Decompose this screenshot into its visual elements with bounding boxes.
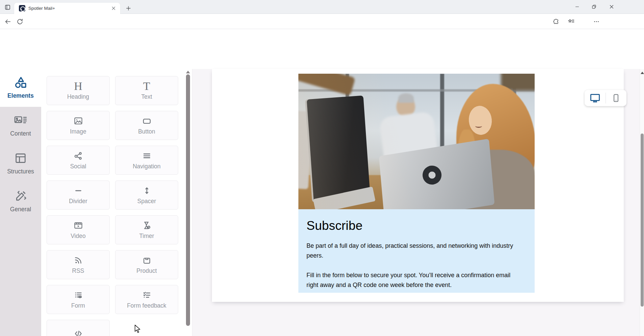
elements-panel: H Heading T Text Image Button Social Nav… [41, 69, 192, 336]
element-label: Form feedback [127, 302, 166, 309]
scroll-up-icon[interactable] [641, 72, 644, 74]
element-label: Navigation [133, 163, 161, 170]
element-card-text[interactable]: T Text [115, 76, 178, 105]
product-box-icon [141, 255, 152, 265]
element-card-divider[interactable]: Divider [47, 181, 110, 210]
element-label: Social [70, 163, 86, 170]
editor-workspace: Subscribe Be part of a full day of ideas… [192, 69, 640, 336]
element-card-form-feedback[interactable]: Form feedback [115, 285, 178, 314]
element-label: Heading [67, 93, 89, 100]
sidebar-tab-content[interactable]: Content [0, 107, 41, 145]
window-close-button[interactable] [604, 0, 619, 14]
element-card-spacer[interactable]: Spacer [115, 181, 178, 210]
video-icon [73, 220, 84, 231]
refresh-icon[interactable] [15, 17, 25, 27]
sidebar-tab-label: Elements [7, 92, 34, 99]
sidebar-tab-elements[interactable]: Elements [0, 69, 41, 107]
webpage-canvas[interactable]: Subscribe Be part of a full day of ideas… [212, 69, 624, 302]
element-card-navigation[interactable]: Navigation [115, 146, 178, 175]
browser-tab[interactable]: Spotler Mail+ [14, 3, 120, 14]
back-icon[interactable] [3, 17, 13, 27]
browser-scrollbar-thumb[interactable] [641, 134, 644, 307]
element-card-rss[interactable]: RSS [47, 250, 110, 279]
element-label: RSS [72, 267, 84, 274]
element-card-button[interactable]: Button [115, 111, 178, 140]
element-card-social[interactable]: Social [47, 146, 110, 175]
window-restore-button[interactable] [586, 0, 602, 14]
image-icon [73, 116, 84, 126]
element-card-image[interactable]: Image [47, 111, 110, 140]
browser-window: Spotler Mail+ https://app.spotlermail.co… [0, 0, 644, 336]
subscribe-paragraph-1: Be part of a full day of ideas, practica… [306, 241, 516, 261]
sidebar-tab-general[interactable]: General [0, 183, 41, 220]
browser-tab-strip: Spotler Mail+ [0, 0, 644, 14]
element-label: Text [141, 93, 152, 100]
shapes-icon [14, 76, 27, 89]
element-card-timer[interactable]: Timer [115, 215, 178, 244]
ellipsis-glyph [593, 19, 599, 25]
device-preview-toggle [585, 90, 626, 106]
favorites-list-icon[interactable] [566, 17, 576, 26]
more-options-icon[interactable] [592, 17, 601, 26]
new-tab-icon[interactable] [124, 3, 133, 13]
subscribe-paragraph-2: Fill in the form below to secure your sp… [306, 270, 516, 290]
element-card-form[interactable]: Form [47, 285, 110, 314]
browser-toolbar: https://app.spotlermail.com/en/webpages/… [0, 14, 644, 29]
subscribe-section[interactable]: Subscribe Be part of a full day of ideas… [298, 209, 535, 293]
browser-scrollbar[interactable] [640, 69, 644, 336]
element-label: Image [70, 128, 86, 135]
editor-header: Webpage editor:Education [0, 29, 644, 69]
menu-lines-icon [141, 151, 152, 161]
text-icon: T [143, 81, 150, 92]
tab-title: Spotler Mail+ [28, 6, 110, 11]
sidebar-tab-label: Content [10, 130, 31, 137]
form-list-icon [73, 290, 84, 300]
element-card-heading[interactable]: H Heading [47, 76, 110, 105]
panel-scrollbar-thumb[interactable] [186, 74, 190, 326]
checklist-icon [141, 290, 152, 300]
button-icon [141, 116, 152, 126]
photo-shape [298, 74, 535, 209]
tab-actions-icon[interactable] [3, 2, 12, 12]
sidebar-tab-label: Structures [7, 168, 34, 175]
panel-scrollbar[interactable] [185, 69, 191, 336]
layout-icon [14, 151, 27, 165]
element-card-html[interactable] [47, 320, 110, 336]
rss-icon [73, 255, 84, 265]
element-card-video[interactable]: Video [47, 215, 110, 244]
scroll-up-icon[interactable] [186, 71, 190, 73]
tab-close-icon[interactable] [110, 5, 117, 12]
element-label: Timer [139, 233, 154, 240]
element-label: Product [136, 267, 157, 274]
subscribe-heading: Subscribe [306, 219, 521, 233]
heading-icon: H [74, 81, 82, 92]
smartphone-icon[interactable] [606, 90, 627, 106]
divider-line-icon [73, 186, 84, 196]
spotler-favicon [19, 5, 25, 11]
vertical-arrows-icon [141, 186, 152, 196]
element-card-product[interactable]: Product [115, 250, 178, 279]
sidebar-rail: Elements Content Structures General [0, 69, 41, 336]
element-label: Divider [69, 198, 87, 205]
desktop-monitor-icon[interactable] [585, 90, 606, 106]
share-icon [73, 151, 84, 161]
sidebar-tab-label: General [10, 206, 31, 213]
pencil-code-icon [14, 189, 27, 203]
element-label: Form [71, 302, 85, 309]
sidebar-tab-structures[interactable]: Structures [0, 145, 41, 183]
extensions-icon[interactable] [552, 17, 561, 26]
image-text-icon [14, 114, 28, 127]
code-icon [73, 329, 84, 336]
element-label: Spacer [137, 198, 156, 205]
webpage-hero-image[interactable] [298, 74, 535, 209]
element-label: Video [71, 233, 85, 240]
hourglass-clock-icon [141, 220, 152, 231]
element-label: Button [138, 128, 155, 135]
window-minimize-button[interactable] [569, 0, 585, 14]
